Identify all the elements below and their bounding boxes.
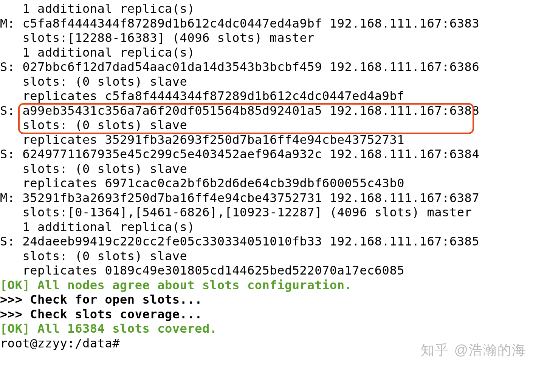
line: slots:[12288-16383] (4096 slots) master: [0, 31, 315, 45]
check-slots-coverage: >>> Check slots coverage...: [0, 307, 202, 321]
line: replicates 6971cac0ca2bf6b2d6de64cb39dbf…: [0, 176, 404, 190]
line: 1 additional replica(s): [0, 2, 195, 16]
terminal-output: 1 additional replica(s) M: c5fa8f4444344…: [0, 0, 533, 350]
line: slots: (0 slots) slave: [0, 249, 187, 263]
line: M: c5fa8f4444344f87289d1b612c4dc0447ed4a…: [0, 16, 479, 31]
line: replicates 0189c49e301805cd144625bed5220…: [0, 263, 404, 278]
line: 1 additional replica(s): [0, 220, 195, 234]
line: slots: (0 slots) slave: [0, 162, 187, 176]
line: S: 24daeeb99419c220cc2fe05c330334051010f…: [0, 234, 479, 248]
line: slots:[0-1364],[5461-6826],[10923-12287]…: [0, 205, 472, 219]
shell-prompt[interactable]: root@zzyy:/data#: [0, 336, 120, 350]
line: S: 027bbc6f12d7dad54aac01da14d3543b3bcbf…: [0, 60, 479, 74]
line: S: a99eb35431c356a7a6f20df051564b85d9240…: [0, 103, 479, 118]
check-open-slots: >>> Check for open slots...: [0, 292, 202, 307]
line: S: 6249771167935e45c299c5e403452aef964a9…: [0, 147, 479, 161]
line: slots: (0 slots) slave: [0, 74, 187, 89]
ok-slots-covered: [OK] All 16384 slots covered.: [0, 321, 217, 336]
line: 1 additional replica(s): [0, 45, 195, 60]
line: slots: (0 slots) slave: [0, 118, 187, 132]
line: M: 35291fb3a2693f250d7ba16ff4e94cbe43752…: [0, 191, 479, 205]
line: replicates c5fa8f4444344f87289d1b612c4dc…: [0, 89, 404, 103]
ok-slots-config: [OK] All nodes agree about slots configu…: [0, 278, 352, 292]
line: replicates 35291fb3a2693f250d7ba16ff4e94…: [0, 133, 404, 147]
